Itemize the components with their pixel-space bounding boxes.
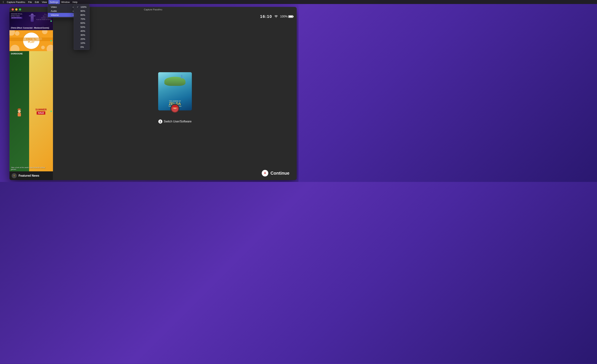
battery-fill bbox=[289, 16, 292, 17]
left-panel: WEEKEND RITUAL EFFECT RAVE ADVENTUROUS F… bbox=[9, 12, 53, 180]
menu-item-settings[interactable]: Settings bbox=[48, 0, 60, 4]
user-avatar bbox=[170, 104, 180, 113]
status-time: 16:10 bbox=[260, 14, 272, 19]
battery-status: 100% bbox=[280, 15, 293, 18]
menu-item-volume[interactable]: Volume ▸ bbox=[48, 13, 77, 17]
volume-10-label: 10% bbox=[80, 42, 85, 44]
dordogne-left-panel: DORDOGNE bbox=[9, 51, 29, 171]
avatar-face bbox=[172, 105, 178, 112]
news-card-dordogne[interactable]: DORDOGNE SUMMER SALE bbox=[9, 51, 53, 171]
featured-news-label: Featured News bbox=[19, 174, 39, 177]
dordogne-description: Take a look at this week's new Nintendo … bbox=[11, 167, 50, 170]
person-icon bbox=[159, 120, 162, 123]
menu-item-audio[interactable]: Audio ▸ bbox=[48, 9, 77, 13]
volume-90-label: 90% bbox=[80, 10, 85, 12]
a-button[interactable]: A bbox=[262, 170, 268, 177]
zelda-scene bbox=[160, 75, 190, 90]
character-figure bbox=[17, 108, 21, 116]
settings-dropdown: Video ▸ Audio ▸ Volume ▸ bbox=[48, 4, 77, 18]
capture-passthru-window: Capture Passthru WEEKEND RITUAL EFFECT R… bbox=[9, 7, 297, 180]
volume-0-label: 0% bbox=[80, 46, 84, 48]
volume-100-label: 100% bbox=[80, 6, 86, 8]
status-bar: 16:10 100% bbox=[260, 14, 293, 19]
volume-20-label: 20% bbox=[80, 38, 85, 40]
volume-submenu: ✓ 100% 90% 80% 70% 60% 50% 40% 30 bbox=[74, 4, 90, 50]
close-button[interactable] bbox=[12, 8, 14, 11]
dordogne-character bbox=[11, 55, 28, 170]
switch-user-area[interactable]: Switch User/Software bbox=[158, 119, 192, 124]
volume-60-label: 60% bbox=[80, 22, 85, 24]
apple-menu[interactable]:  bbox=[1, 0, 5, 3]
menu-item-file[interactable]: File bbox=[27, 0, 33, 4]
menu-item-view[interactable]: View bbox=[40, 0, 48, 4]
switch-user-icon bbox=[158, 119, 162, 124]
volume-option-40[interactable]: 40% bbox=[74, 29, 89, 33]
volume-option-70[interactable]: 70% bbox=[74, 17, 89, 21]
volume-option-0[interactable]: 0% bbox=[74, 45, 89, 49]
window-title: Capture Passthru bbox=[144, 8, 162, 11]
char-head bbox=[18, 110, 21, 113]
avatar-hat bbox=[172, 105, 177, 108]
featured-news-bar: Y Featured News bbox=[9, 171, 53, 180]
volume-option-30[interactable]: 30% bbox=[74, 33, 89, 37]
dordogne-right-panel: SUMMER SALE bbox=[29, 51, 53, 171]
tetris-tag-adventurous: ADVENTUROUS bbox=[11, 17, 22, 19]
maximize-button[interactable] bbox=[19, 8, 21, 11]
volume-option-60[interactable]: 60% bbox=[74, 21, 89, 25]
volume-option-10[interactable]: 10% bbox=[74, 41, 89, 45]
volume-option-80[interactable]: 80% bbox=[74, 13, 89, 17]
free-to-play-indicator bbox=[50, 40, 52, 41]
free-stripe bbox=[9, 38, 53, 41]
summer-text: SUMMER bbox=[35, 108, 47, 111]
switch-user-text: Switch User/Software bbox=[164, 120, 192, 123]
char-body bbox=[18, 113, 21, 116]
volume-option-90[interactable]: 90% bbox=[74, 9, 89, 13]
char-hat bbox=[17, 108, 21, 110]
tetris-tag-1: WEEKEND RITUAL bbox=[11, 13, 22, 15]
battery-percent: 100% bbox=[280, 15, 288, 18]
sale-badge: SALE bbox=[37, 111, 45, 115]
tetris-labels: WEEKEND RITUAL EFFECT RAVE ADVENTUROUS bbox=[11, 13, 22, 19]
battery-icon bbox=[288, 15, 293, 18]
volume-option-50[interactable]: 50% bbox=[74, 25, 89, 29]
dordogne-title: DORDOGNE bbox=[11, 53, 23, 55]
volume-30-label: 30% bbox=[80, 34, 85, 36]
menu-item-help[interactable]: Help bbox=[71, 0, 79, 4]
dordogne-indicator bbox=[50, 111, 52, 112]
news-card-tetris[interactable]: WEEKEND RITUAL EFFECT RAVE ADVENTUROUS F… bbox=[9, 12, 53, 30]
minimize-button[interactable] bbox=[15, 8, 17, 11]
wifi-icon bbox=[274, 15, 278, 18]
menu-item-window[interactable]: Window bbox=[60, 0, 71, 4]
tetris-tag-2: EFFECT RAVE bbox=[11, 15, 22, 17]
window-controls bbox=[12, 8, 21, 11]
volume-options-menu: ✓ 100% 90% 80% 70% 60% 50% 40% 30 bbox=[74, 4, 90, 50]
game-cover-area: THE LEGEND OF ZELDA Tears of the Kingdom bbox=[158, 72, 192, 124]
menu-item-edit[interactable]: Edit bbox=[33, 0, 40, 4]
audio-label: Audio bbox=[51, 10, 57, 12]
volume-50-label: 50% bbox=[80, 26, 85, 28]
volume-label: Volume bbox=[51, 14, 59, 16]
right-panel: 16:10 100% bbox=[53, 12, 297, 180]
volume-80-label: 80% bbox=[80, 14, 85, 16]
y-button[interactable]: Y bbox=[12, 173, 17, 178]
tetris-indicator bbox=[50, 20, 52, 22]
video-label: Video bbox=[51, 6, 57, 8]
checkmark-icon: ✓ bbox=[77, 6, 79, 8]
menu-bar:  Capture Passthru File Edit View Settin… bbox=[0, 0, 298, 4]
tetris-card-text: [Tetris Effect: Connected - Weekend Even… bbox=[11, 27, 52, 29]
link-figure bbox=[181, 75, 182, 78]
volume-40-label: 40% bbox=[80, 30, 85, 32]
game-cover-wrapper: THE LEGEND OF ZELDA Tears of the Kingdom bbox=[158, 72, 192, 110]
continue-text: Continue bbox=[270, 171, 289, 176]
tetris-figure bbox=[31, 14, 33, 22]
menu-item-capture-passthru[interactable]: Capture Passthru bbox=[5, 0, 27, 4]
menu-item-video[interactable]: Video ▸ bbox=[48, 5, 77, 9]
settings-menu: Video ▸ Audio ▸ Volume ▸ bbox=[48, 4, 77, 18]
svg-point-0 bbox=[160, 121, 161, 122]
continue-bar[interactable]: A Continue bbox=[262, 170, 289, 177]
window-content: WEEKEND RITUAL EFFECT RAVE ADVENTUROUS F… bbox=[9, 12, 297, 180]
volume-option-100[interactable]: ✓ 100% bbox=[74, 5, 89, 9]
volume-70-label: 70% bbox=[80, 18, 85, 20]
volume-option-20[interactable]: 20% bbox=[74, 37, 89, 41]
news-card-free-to-play[interactable]: FREE To PLAY bbox=[9, 30, 53, 51]
